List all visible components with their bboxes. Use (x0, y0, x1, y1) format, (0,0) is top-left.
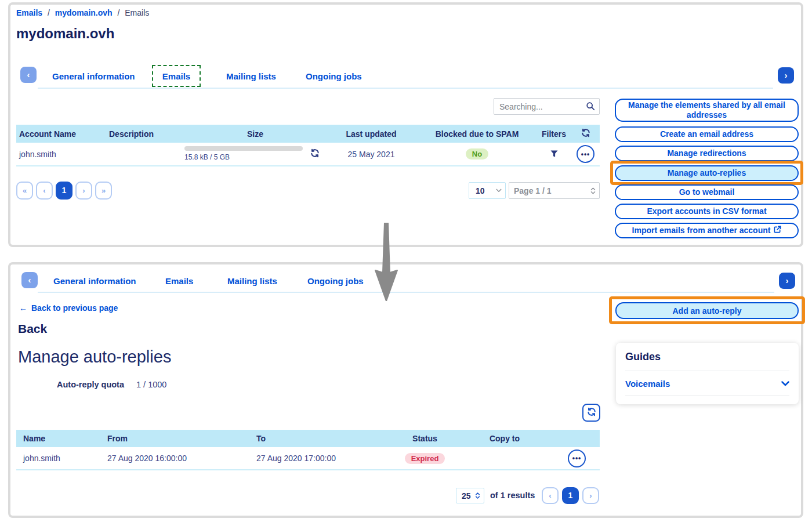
to-value: 27 Aug 2020 17:00:00 (256, 454, 394, 463)
tab-general-information[interactable]: General information (52, 71, 135, 81)
col-filters: Filters (536, 129, 571, 139)
col-name: Name (16, 434, 107, 443)
col-description: Description (106, 129, 180, 139)
back-link-label: Back to previous page (31, 303, 118, 313)
manage-redirections-button[interactable]: Manage redirections (615, 146, 799, 161)
col-blocked-spam: Blocked due to SPAM (418, 129, 536, 139)
add-auto-reply-button[interactable]: Add an auto-reply (615, 302, 799, 319)
chevron-right-icon: › (786, 276, 789, 285)
chevron-left-icon: ‹ (28, 275, 31, 285)
pagination-first-button[interactable]: « (16, 182, 33, 200)
tab-mailing-lists[interactable]: Mailing lists (226, 71, 276, 81)
refresh-button[interactable] (582, 404, 600, 422)
row-actions-button[interactable]: ••• (568, 449, 586, 467)
table-row: john.smith 27 Aug 2020 16:00:00 27 Aug 2… (16, 447, 600, 470)
page-indicator-input[interactable] (509, 186, 590, 195)
pagination-page-1-button[interactable]: 1 (562, 487, 579, 504)
pagination-last-button[interactable]: » (95, 182, 112, 200)
table-row: john.smith 15.8 kB / 5 GB 25 May 2021 No… (16, 143, 600, 166)
breadcrumb-domain-link[interactable]: mydomain.ovh (55, 8, 113, 17)
col-copy-to: Copy to (455, 434, 554, 443)
import-emails-label: Import emails from another account (632, 226, 771, 235)
pagination-next-button[interactable]: › (582, 487, 599, 504)
col-account-name: Account Name (16, 129, 106, 139)
auto-reply-quota-value: 1 / 1000 (136, 380, 166, 389)
tab-ongoing-jobs[interactable]: Ongoing jobs (307, 276, 364, 286)
size-usage-bar (184, 146, 303, 151)
chevron-right-icon: › (785, 70, 788, 80)
chevron-down-icon (496, 188, 502, 193)
go-to-webmail-label: Go to webmail (679, 187, 735, 197)
export-accounts-csv-button[interactable]: Export accounts in CSV format (615, 204, 799, 219)
tabs-prev-button[interactable]: ‹ (21, 272, 38, 288)
breadcrumb-separator: / (48, 8, 50, 17)
search-icon[interactable] (586, 102, 595, 113)
down-arrow-annotation (374, 223, 399, 303)
tabs-next-button[interactable]: › (779, 273, 795, 289)
tab-general-information[interactable]: General information (53, 276, 136, 286)
row-actions-cell: ••• (571, 145, 600, 163)
manage-shared-elements-label: Manage the elements shared by all email … (624, 100, 789, 120)
back-to-previous-page-link[interactable]: ←Back to previous page (19, 303, 118, 313)
auto-replies-table: Name From To Status Copy to john.smith 2… (16, 430, 600, 470)
tabs-next-button[interactable]: › (778, 67, 794, 84)
auto-replies-panel: ‹ General information Emails Mailing lis… (8, 262, 803, 518)
breadcrumb-separator: / (118, 8, 120, 17)
status-badge: Expired (405, 453, 445, 464)
guides-voicemails-row[interactable]: Voicemails (625, 371, 789, 396)
row-refresh-icon[interactable] (304, 148, 325, 160)
col-last-updated: Last updated (325, 129, 418, 139)
size-cell: 15.8 kB / 5 GB (180, 142, 304, 166)
go-to-webmail-button[interactable]: Go to webmail (615, 184, 799, 200)
name-value: john.smith (16, 454, 107, 463)
voicemails-link: Voicemails (625, 379, 670, 389)
size-label: 15.8 kB / 5 GB (184, 153, 230, 161)
import-emails-button[interactable]: Import emails from another account (615, 223, 799, 238)
filter-icon[interactable] (536, 150, 571, 159)
create-email-address-label: Create an email address (660, 129, 753, 139)
breadcrumb: Emails / mydomain.ovh / Emails (16, 8, 149, 17)
emails-list-panel: Emails / mydomain.ovh / Emails mydomain.… (8, 2, 803, 247)
row-actions-cell: ••• (554, 449, 600, 467)
account-name-value: john.smith (16, 150, 106, 159)
tabs-prev-button[interactable]: ‹ (20, 67, 37, 83)
results-count-label: of 1 results (490, 491, 535, 500)
pagination-prev-button[interactable]: ‹ (542, 487, 559, 504)
page-indicator-field (509, 182, 600, 199)
spinner-icon[interactable] (590, 187, 596, 195)
ellipsis-icon: ••• (572, 454, 582, 462)
tab-emails[interactable]: Emails (152, 65, 201, 87)
last-updated-value: 25 May 2021 (325, 150, 418, 159)
manage-shared-elements-button[interactable]: Manage the elements shared by all email … (615, 99, 799, 122)
pagination-prev-button[interactable]: ‹ (36, 182, 53, 200)
refresh-icon (587, 407, 596, 418)
blocked-spam-cell: No (418, 148, 536, 160)
create-email-address-button[interactable]: Create an email address (615, 126, 799, 142)
search-input[interactable] (494, 98, 600, 115)
table-refresh-icon[interactable] (571, 128, 600, 139)
breadcrumb-current: Emails (125, 8, 149, 17)
row-actions-button[interactable]: ••• (577, 145, 594, 163)
page-size-value: 10 (476, 186, 485, 195)
search-field (494, 98, 600, 115)
tab-emails[interactable]: Emails (165, 276, 193, 286)
pagination-next-button[interactable]: › (75, 182, 92, 200)
col-from: From (107, 434, 256, 443)
breadcrumb-emails-link[interactable]: Emails (16, 8, 42, 17)
status-cell: Expired (394, 453, 455, 464)
results-per-page-select[interactable]: 25 (456, 488, 484, 503)
tab-mailing-lists[interactable]: Mailing lists (227, 276, 277, 286)
tab-emails-label: Emails (162, 71, 190, 81)
pagination-page-1-button[interactable]: 1 (56, 182, 72, 200)
from-value: 27 Aug 2020 16:00:00 (107, 454, 256, 463)
export-accounts-csv-label: Export accounts in CSV format (647, 206, 766, 216)
ellipsis-icon: ••• (581, 150, 590, 158)
accounts-table: Account Name Description Size Last updat… (16, 125, 600, 166)
manage-auto-replies-button[interactable]: Manage auto-replies (615, 165, 799, 181)
page-size-select[interactable]: 10 (469, 182, 506, 199)
chevron-left-icon: ‹ (27, 70, 30, 79)
tabs-underline (38, 88, 773, 89)
tab-ongoing-jobs[interactable]: Ongoing jobs (306, 71, 362, 81)
divider (625, 396, 789, 396)
back-heading: Back (18, 322, 47, 336)
